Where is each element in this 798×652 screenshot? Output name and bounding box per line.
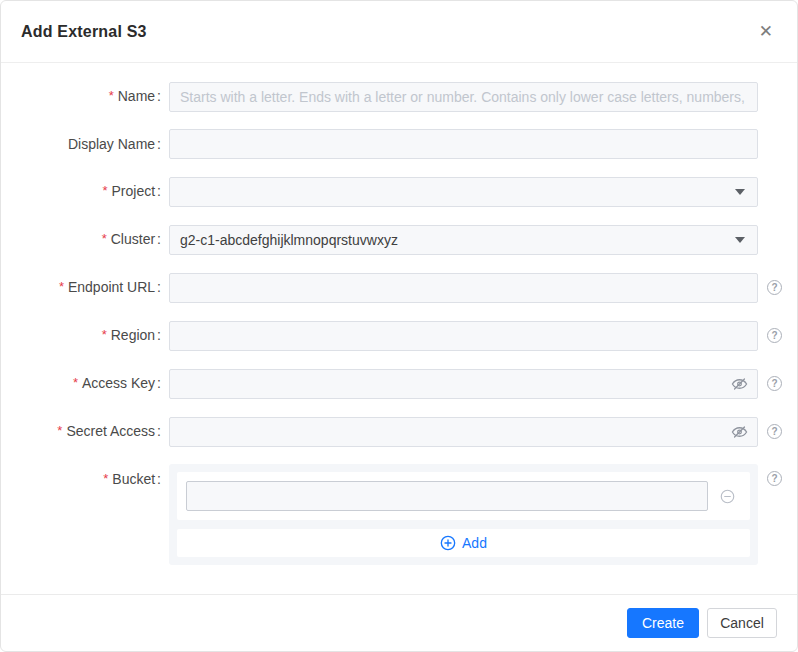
remove-bucket-button[interactable] xyxy=(720,489,735,504)
cluster-label: *Cluster: xyxy=(1,224,161,255)
bucket-label: *Bucket: xyxy=(1,464,161,495)
name-input[interactable] xyxy=(169,82,758,112)
cancel-button[interactable]: Cancel xyxy=(707,608,777,638)
bucket-input[interactable] xyxy=(186,481,708,511)
eye-slash-icon[interactable] xyxy=(731,423,748,440)
plus-circle-icon xyxy=(440,535,456,551)
display-name-label: Display Name: xyxy=(1,129,161,159)
help-icon[interactable]: ? xyxy=(767,424,782,439)
required-marker: * xyxy=(109,88,114,103)
create-button[interactable]: Create xyxy=(627,608,699,638)
endpoint-url-label: *Endpoint URL: xyxy=(1,272,161,303)
access-key-label: *Access Key: xyxy=(1,368,161,399)
form-row-name: *Name: xyxy=(1,81,797,112)
dialog-form: *Name: Display Name: *Project: xyxy=(1,63,797,594)
help-icon[interactable]: ? xyxy=(767,471,782,486)
form-row-project: *Project: xyxy=(1,176,797,207)
form-row-secret-access: *Secret Access: ? xyxy=(1,416,797,447)
form-row-endpoint-url: *Endpoint URL: ? xyxy=(1,272,797,303)
bucket-item xyxy=(177,472,750,520)
form-row-region: *Region: ? xyxy=(1,320,797,351)
region-input[interactable] xyxy=(169,321,758,351)
endpoint-url-input[interactable] xyxy=(169,273,758,303)
form-row-access-key: *Access Key: ? xyxy=(1,368,797,399)
project-label: *Project: xyxy=(1,176,161,207)
required-marker: * xyxy=(102,183,107,198)
help-icon[interactable]: ? xyxy=(767,280,782,295)
cluster-selected-value: g2-c1-abcdefghijklmnopqrstuvwxyz xyxy=(180,232,398,248)
required-marker: * xyxy=(73,375,78,390)
form-row-display-name: Display Name: xyxy=(1,129,797,159)
add-bucket-button[interactable]: Add xyxy=(177,529,750,557)
add-external-s3-dialog: Add External S3 ✕ *Name: Display Name: xyxy=(0,0,798,652)
display-name-input[interactable] xyxy=(169,129,758,159)
required-marker: * xyxy=(102,231,107,246)
region-label: *Region: xyxy=(1,320,161,351)
name-label: *Name: xyxy=(1,81,161,112)
dialog-title: Add External S3 xyxy=(21,23,147,41)
form-row-bucket: *Bucket: xyxy=(1,464,797,565)
bucket-list-panel: Add xyxy=(169,464,758,565)
cluster-select[interactable]: g2-c1-abcdefghijklmnopqrstuvwxyz xyxy=(169,225,758,255)
required-marker: * xyxy=(103,471,108,486)
required-marker: * xyxy=(102,327,107,342)
form-row-cluster: *Cluster: g2-c1-abcdefghijklmnopqrstuvwx… xyxy=(1,224,797,255)
add-bucket-label: Add xyxy=(462,535,487,551)
chevron-down-icon xyxy=(735,189,745,195)
dialog-footer: Create Cancel xyxy=(1,594,797,651)
secret-access-input[interactable] xyxy=(169,417,758,447)
help-icon[interactable]: ? xyxy=(767,328,782,343)
secret-access-label: *Secret Access: xyxy=(1,416,161,447)
chevron-down-icon xyxy=(735,237,745,243)
close-icon[interactable]: ✕ xyxy=(755,19,777,44)
access-key-input[interactable] xyxy=(169,369,758,399)
help-icon[interactable]: ? xyxy=(767,376,782,391)
dialog-header: Add External S3 ✕ xyxy=(1,1,797,63)
project-select[interactable] xyxy=(169,177,758,207)
required-marker: * xyxy=(59,279,64,294)
eye-slash-icon[interactable] xyxy=(731,375,748,392)
required-marker: * xyxy=(57,423,62,438)
